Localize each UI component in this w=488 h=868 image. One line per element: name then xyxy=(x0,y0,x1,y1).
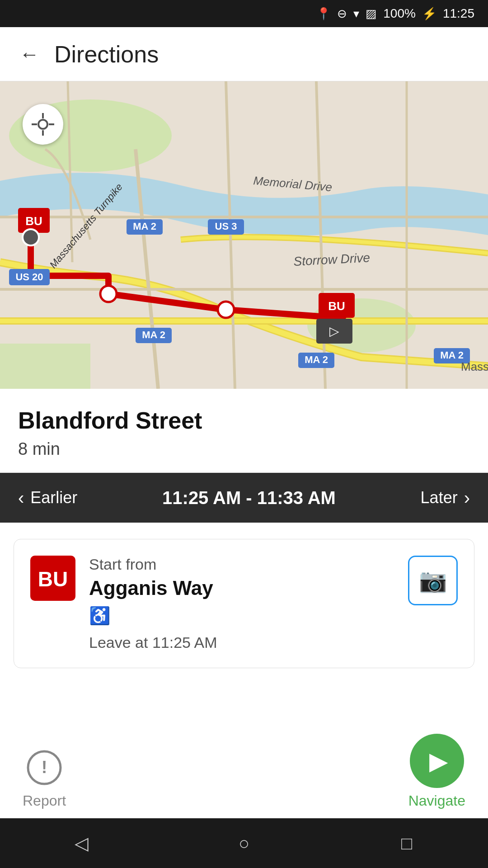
system-nav-bar: ◁ ○ □ xyxy=(0,818,488,868)
svg-text:BU: BU xyxy=(38,567,68,591)
back-arrow-icon: ← xyxy=(19,43,39,66)
svg-text:MA 2: MA 2 xyxy=(142,329,165,340)
back-nav-icon: ◁ xyxy=(75,833,89,854)
earlier-button[interactable]: ‹ Earlier xyxy=(18,488,77,508)
bottom-actions: ! Report ▶ Navigate xyxy=(0,734,488,818)
leave-time: Leave at 11:25 AM xyxy=(89,634,394,651)
report-icon-circle: ! xyxy=(24,747,65,788)
svg-text:BU: BU xyxy=(328,299,345,313)
svg-rect-3 xyxy=(0,344,90,389)
svg-point-40 xyxy=(38,120,47,129)
svg-text:▷: ▷ xyxy=(329,324,339,338)
time-bar: ‹ Earlier 11:25 AM - 11:33 AM Later › xyxy=(0,473,488,523)
svg-point-13 xyxy=(100,286,117,302)
wifi-icon: ▾ xyxy=(353,7,359,21)
trip-card: BU Start from Agganis Way ♿ Leave at 11:… xyxy=(14,539,474,668)
charging-icon: ⚡ xyxy=(422,7,436,21)
report-label: Report xyxy=(23,793,66,809)
trip-details: Start from Agganis Way ♿ Leave at 11:25 … xyxy=(89,556,394,651)
earlier-label: Earlier xyxy=(30,488,77,507)
status-bar: 📍 ⊖ ▾ ▨ 100% ⚡ 11:25 xyxy=(0,0,488,27)
play-icon: ▶ xyxy=(429,747,448,775)
home-nav-button[interactable]: ○ xyxy=(226,825,262,861)
svg-text:MA 2: MA 2 xyxy=(440,349,464,361)
page-title: Directions xyxy=(54,41,159,68)
battery-text: 100% xyxy=(383,6,416,21)
sim-icon: ▨ xyxy=(366,7,377,21)
svg-point-32 xyxy=(23,229,39,245)
svg-text:!: ! xyxy=(42,758,47,777)
svg-point-14 xyxy=(218,302,234,318)
accessibility-icon: ♿ xyxy=(89,606,394,626)
chevron-left-icon: ‹ xyxy=(18,488,24,508)
recent-nav-icon: □ xyxy=(401,833,412,854)
back-nav-button[interactable]: ◁ xyxy=(63,825,99,861)
svg-text:Massac: Massac xyxy=(461,360,488,373)
svg-text:BU: BU xyxy=(25,214,42,228)
stop-name: Agganis Way xyxy=(89,577,394,599)
back-button[interactable]: ← xyxy=(14,38,45,70)
bu-logo: BU xyxy=(30,556,75,601)
chevron-right-icon: › xyxy=(464,488,470,508)
navigate-label: Navigate xyxy=(408,793,465,809)
route-info-section: Blandford Street 8 min xyxy=(0,389,488,473)
route-duration: 8 min xyxy=(18,439,470,459)
camera-icon: 📷 xyxy=(419,567,447,594)
location-status-icon: 📍 xyxy=(316,7,331,21)
start-from-label: Start from xyxy=(89,556,394,573)
clock: 11:25 xyxy=(443,6,474,21)
later-label: Later xyxy=(421,488,458,507)
route-name: Blandford Street xyxy=(18,407,470,434)
location-button[interactable] xyxy=(23,104,63,145)
minus-icon: ⊖ xyxy=(337,7,347,21)
navigate-circle: ▶ xyxy=(410,734,464,788)
navigate-button[interactable]: ▶ Navigate xyxy=(408,734,465,809)
svg-text:US 3: US 3 xyxy=(215,221,237,232)
header: ← Directions xyxy=(0,27,488,81)
home-nav-icon: ○ xyxy=(239,833,249,854)
report-button[interactable]: ! Report xyxy=(23,747,66,809)
time-range-display: 11:25 AM - 11:33 AM xyxy=(162,488,336,508)
svg-text:US 20: US 20 xyxy=(15,271,43,283)
svg-text:MA 2: MA 2 xyxy=(133,221,156,232)
recent-nav-button[interactable]: □ xyxy=(389,825,425,861)
map-area[interactable]: US 20 MA 2 MA 2 MA 2 US 3 MA 2 Storrow D… xyxy=(0,81,488,389)
camera-button[interactable]: 📷 xyxy=(408,556,458,605)
later-button[interactable]: Later › xyxy=(421,488,470,508)
svg-text:MA 2: MA 2 xyxy=(305,354,328,365)
